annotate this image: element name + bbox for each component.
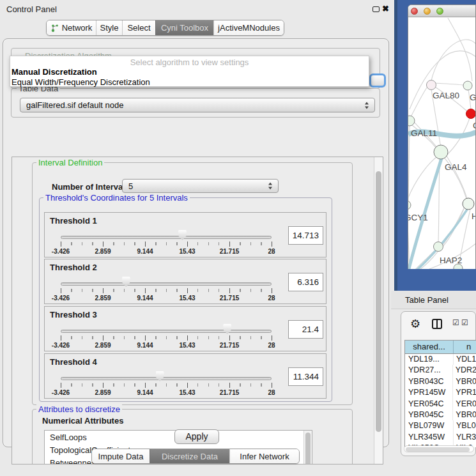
group-label: Interval Definition	[36, 158, 104, 167]
tab-style[interactable]: Style	[96, 20, 122, 35]
tick-label: 28	[268, 248, 275, 255]
table-row[interactable]: YBR043CYBR0	[405, 376, 476, 387]
node-label: GAL80	[433, 91, 459, 100]
list-scrollbar[interactable]	[303, 431, 312, 464]
slider-track[interactable]	[61, 282, 272, 286]
tick-label: 21.715	[220, 295, 240, 302]
node-label: GCY1	[408, 213, 428, 222]
scrollbar-thumb[interactable]	[406, 447, 470, 452]
apply-button[interactable]: Apply	[174, 429, 219, 444]
checkbox-icon[interactable]: ☑	[452, 318, 459, 327]
algorithm-dropdown-popup: Select algorithm to view settings Manual…	[10, 56, 369, 87]
tick-label: -3.426	[52, 295, 70, 302]
tick-label: 15.43	[179, 295, 195, 302]
algorithm-combo-button[interactable]	[369, 73, 386, 88]
tick-label: 9.144	[137, 342, 153, 349]
node-red-selected[interactable]	[466, 109, 476, 119]
node-gcy1[interactable]	[408, 201, 411, 210]
table-row[interactable]: YBR045CYBR0	[405, 410, 476, 420]
tab-select[interactable]: Select	[122, 20, 155, 35]
node-hap2[interactable]	[434, 242, 443, 252]
tab-discretize-data[interactable]: Discretize Data	[150, 449, 229, 463]
zoom-traffic-light-icon[interactable]	[436, 8, 443, 15]
tab-infer-network[interactable]: Infer Network	[229, 449, 299, 463]
threshold-1-panel: Threshold 1 -3.4262.8599.14415.4321.7152…	[44, 212, 326, 257]
thresholds-group: Threshold's Coordinates for 5 Intervals …	[39, 197, 332, 402]
node-partial-top-right[interactable]	[463, 81, 472, 90]
tab-impute-data[interactable]: Impute Data	[92, 449, 150, 463]
threshold-2-panel: Threshold 2 -3.4262.8599.14415.4321.7152…	[44, 259, 326, 304]
threshold-value-field[interactable]: 11.344	[288, 367, 323, 386]
table-horizontal-scrollbar[interactable]	[404, 445, 474, 452]
node-gal11[interactable]	[408, 116, 415, 126]
column-header-shared-name[interactable]: shared...	[405, 341, 454, 353]
tick-label: 15.43	[179, 342, 195, 349]
scrollbar-thumb[interactable]	[376, 171, 381, 432]
node-gal4[interactable]	[434, 145, 448, 159]
threshold-label: Threshold 4	[50, 357, 97, 367]
table-row[interactable]: YLR345WYLR3	[405, 432, 476, 443]
table-data-combo[interactable]: galFiltered.sif default node	[20, 98, 375, 112]
table-row[interactable]: YDR27...YDR2	[405, 365, 476, 376]
close-icon[interactable]: ✖	[382, 4, 389, 13]
tab-cyni-toolbox[interactable]: Cyni Toolbox	[155, 20, 213, 35]
tick-label: 9.144	[137, 295, 153, 302]
table-row[interactable]: YBL079WYBL0	[405, 420, 476, 431]
node-table-body: YDL19...YDL1YDR27...YDR2YBR043CYBR0YPR14…	[405, 354, 476, 447]
network-window: GAL80 G C GAL11 GAL4 GCY1 H HAP2	[408, 4, 476, 269]
checkbox-icon[interactable]: ☑	[461, 318, 468, 327]
columns-icon[interactable]	[432, 319, 442, 329]
table-row[interactable]: YPR145WYPR1	[405, 387, 476, 398]
settings-scrollbar[interactable]	[374, 157, 383, 464]
node-table: shared... n YDL19...YDL1YDR27...YDR2YBR0…	[404, 340, 476, 447]
tick-label: 2.859	[95, 342, 111, 349]
column-header-name[interactable]: n	[454, 341, 476, 353]
threshold-value-field[interactable]: 6.316	[288, 273, 323, 291]
cyni-toolbox-panel: Discretization Algorithm Select algorith…	[3, 38, 389, 447]
close-traffic-light-icon[interactable]	[411, 8, 418, 15]
tab-jactivemnodules[interactable]: jActiveMNodules	[213, 20, 284, 35]
gear-icon[interactable]: ⚙	[410, 317, 420, 331]
threshold-value-field[interactable]: 21.4	[288, 320, 323, 339]
threshold-label: Threshold 3	[50, 310, 97, 319]
network-graph: GAL80 G C GAL11 GAL4 GCY1 H HAP2	[408, 17, 475, 269]
slider-ticks	[61, 383, 272, 387]
slider-track[interactable]	[61, 330, 272, 333]
minimize-traffic-light-icon[interactable]	[424, 8, 431, 15]
threshold-3-panel: Threshold 3 -3.4262.8599.14415.4321.7152…	[44, 306, 326, 351]
slider-track[interactable]	[61, 236, 272, 239]
node-label: G	[470, 93, 475, 102]
node-h[interactable]	[463, 198, 474, 210]
group-label: Attributes to discretize	[36, 404, 122, 414]
tick-label: 21.715	[220, 389, 240, 396]
tick-label: 2.859	[95, 389, 111, 396]
bottom-tab-bar: Impute Data Discretize Data Infer Networ…	[91, 449, 300, 464]
tick-label: 9.144	[137, 248, 153, 255]
tab-network[interactable]: Network	[47, 20, 96, 35]
float-window-icon[interactable]	[372, 6, 380, 12]
tick-label: 2.859	[95, 248, 111, 255]
node-table-panel: ⚙ ☑ ☑ shared... n YDL19...YDL1YDR27...YD…	[401, 311, 476, 456]
table-row[interactable]: YDL19...YDL1	[405, 354, 476, 365]
table-row[interactable]: YER054CYER0	[405, 399, 476, 410]
dropdown-item-equal-width-frequency[interactable]: Equal Width/Frequency Discretization	[12, 77, 150, 87]
top-tab-bar: Network Style Select Cyni Toolbox jActiv…	[46, 20, 284, 36]
scrollbar-thumb[interactable]	[305, 433, 311, 464]
table-panel-title: Table Panel	[405, 295, 449, 305]
dropdown-item-manual-discretization[interactable]: Manual Discretization	[12, 67, 97, 77]
number-of-intervals-combo[interactable]: 5	[122, 179, 279, 193]
node-gal80[interactable]	[427, 81, 436, 90]
tick-label: 15.43	[179, 248, 195, 255]
number-of-intervals-label: Number of Intervals	[52, 182, 130, 192]
tick-label: 21.715	[220, 248, 240, 255]
network-window-titlebar[interactable]	[408, 5, 475, 17]
slider-ticks	[61, 289, 272, 292]
node-label: H	[472, 211, 475, 221]
slider-track[interactable]	[61, 377, 272, 380]
threshold-label: Threshold 1	[50, 216, 97, 226]
network-canvas[interactable]: GAL80 G C GAL11 GAL4 GCY1 H HAP2	[408, 17, 475, 269]
network-icon	[50, 24, 59, 33]
threshold-value-field[interactable]: 14.713	[288, 226, 323, 245]
tick-label: 21.715	[220, 342, 240, 349]
tick-label: -3.426	[52, 248, 70, 255]
